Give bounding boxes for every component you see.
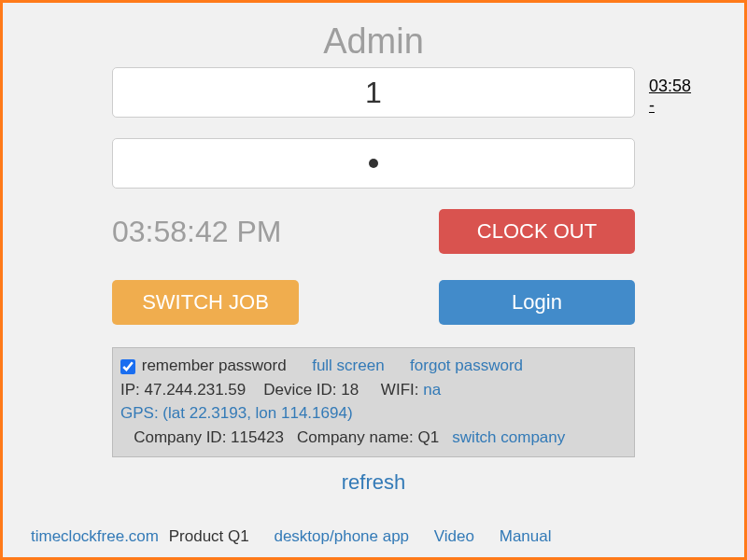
remember-password-label: remember password <box>142 357 287 374</box>
ip-value: 47.244.231.59 <box>145 381 247 399</box>
company-name-value: Q1 <box>417 428 439 446</box>
full-screen-link[interactable]: full screen <box>312 357 384 374</box>
wifi-value[interactable]: na <box>423 381 441 399</box>
footer: timeclockfree.com Product Q1 desktop/pho… <box>31 527 716 546</box>
device-id-value: 18 <box>341 381 359 399</box>
current-time: 03:58:42 PM <box>112 215 281 249</box>
gps-value: GPS: (lat 22.3193, lon 114.1694) <box>120 401 627 426</box>
app-frame: Admin 03:58 - 03:58:42 PM CLOCK OUT SWIT… <box>0 0 747 560</box>
company-id-label: Company ID: <box>134 428 226 446</box>
company-name-label: Company name: <box>297 428 414 446</box>
employee-id-input[interactable] <box>112 67 635 118</box>
footer-product: Product Q1 <box>169 527 249 545</box>
remember-password-checkbox[interactable] <box>120 359 135 374</box>
footer-site-link[interactable]: timeclockfree.com <box>31 527 159 545</box>
info-panel: remember password full screen forgot pas… <box>112 347 635 457</box>
login-button[interactable]: Login <box>439 280 635 325</box>
wifi-label: WIFI: <box>381 381 419 399</box>
clock-out-button[interactable]: CLOCK OUT <box>439 209 635 254</box>
switch-company-link[interactable]: switch company <box>452 428 565 446</box>
password-mask-dot <box>369 159 378 168</box>
footer-app-link[interactable]: desktop/phone app <box>274 527 409 545</box>
password-input[interactable] <box>112 138 635 189</box>
footer-video-link[interactable]: Video <box>434 527 474 545</box>
device-id-label: Device ID: <box>263 381 336 399</box>
forgot-password-link[interactable]: forgot password <box>410 357 523 374</box>
company-id-value: 115423 <box>231 428 284 446</box>
page-title: Admin <box>31 21 716 62</box>
side-time-link[interactable]: 03:58 - <box>649 77 691 116</box>
footer-manual-link[interactable]: Manual <box>500 527 552 545</box>
switch-job-button[interactable]: SWITCH JOB <box>112 280 299 325</box>
ip-label: IP: <box>120 381 140 399</box>
refresh-link[interactable]: refresh <box>342 470 405 494</box>
